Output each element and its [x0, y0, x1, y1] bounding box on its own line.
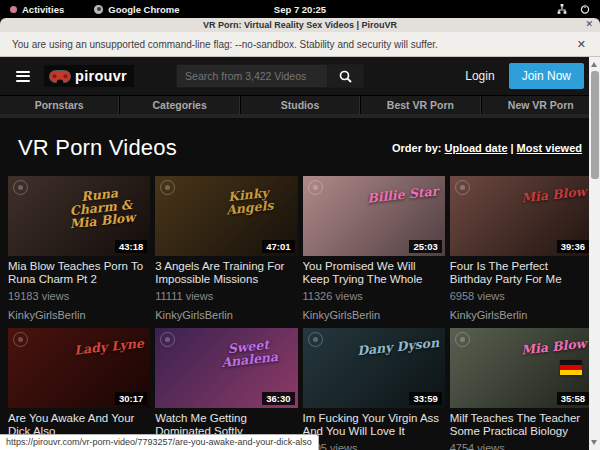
view-count: 19183 views: [8, 290, 150, 303]
duration-badge: 33:59: [409, 392, 441, 405]
studio-watermark-icon: [455, 332, 470, 347]
duration-badge: 39:36: [557, 240, 589, 253]
tab-close-icon[interactable]: ✕: [585, 19, 593, 29]
duration-badge: 36:30: [262, 392, 294, 405]
infobar-close-icon[interactable]: ✕: [575, 38, 588, 51]
thumbnail-overlay-text: Billie Star: [367, 184, 439, 204]
scroll-up-arrow-icon[interactable]: [591, 62, 597, 67]
view-count: 8705 views: [303, 442, 445, 450]
search-input[interactable]: [176, 64, 328, 88]
studio-link[interactable]: KinkyGirlsBerlin: [155, 309, 297, 322]
thumbnail-overlay-text: Mia Blow: [520, 337, 586, 357]
view-count: 11326 views: [303, 290, 445, 303]
search-group: [176, 64, 364, 88]
search-button[interactable]: [328, 64, 364, 88]
system-top-bar: Activities Google Chrome Sep 7 20:25: [0, 0, 600, 18]
thumbnail-overlay-text: Kinky Angels: [204, 184, 292, 219]
thumbnail-overlay-text: Runa Charm & Mia Blow: [56, 184, 146, 232]
studio-link[interactable]: KinkyGirlsBerlin: [8, 309, 150, 322]
video-thumbnail[interactable]: Kinky Angels 47:01: [155, 176, 297, 256]
video-grid: Runa Charm & Mia Blow 43:18 Mia Blow Tea…: [0, 176, 600, 450]
view-count: 11111 views: [155, 290, 297, 303]
video-card: Runa Charm & Mia Blow 43:18 Mia Blow Tea…: [8, 176, 150, 322]
thumbnail-overlay-text: Dany Dyson: [356, 336, 439, 358]
tab-title: VR Porn: Virtual Reality Sex Videos | Pi…: [203, 20, 397, 30]
clock[interactable]: Sep 7 20:25: [0, 4, 600, 15]
vr-goggles-icon: [49, 70, 71, 83]
studio-watermark-icon: [13, 180, 28, 195]
order-by-label: Order by:: [392, 142, 442, 154]
video-thumbnail[interactable]: Runa Charm & Mia Blow 43:18: [8, 176, 150, 256]
hamburger-menu-icon[interactable]: [16, 71, 30, 82]
thumbnail-overlay-text: Sweet Analena: [204, 336, 292, 371]
video-card: Kinky Angels 47:01 3 Angels Are Training…: [155, 176, 297, 322]
join-now-button[interactable]: Join Now: [509, 63, 584, 89]
video-thumbnail[interactable]: Lady Lyne 30:17: [8, 328, 150, 408]
german-flag-icon: [560, 360, 582, 375]
page-title: VR Porn Videos: [18, 135, 392, 161]
video-card: Billie Star 25:03 You Promised We Will K…: [303, 176, 445, 322]
video-card: Mia Blow 35:58 Milf Teaches The Teacher …: [450, 328, 592, 450]
video-card: Lady Lyne 30:17 Are You Awake And Your D…: [8, 328, 150, 450]
site-logo[interactable]: pirouvr: [44, 65, 134, 87]
video-title-link[interactable]: Milf Teaches The Teacher Some Practical …: [450, 412, 592, 438]
video-thumbnail[interactable]: Dany Dyson 33:59: [303, 328, 445, 408]
search-icon: [339, 70, 352, 83]
view-count: 6958 views: [450, 290, 592, 303]
nav-item-studios[interactable]: Studios: [240, 96, 360, 114]
video-title-link[interactable]: Im Fucking Your Virgin Ass And You Will …: [303, 412, 445, 438]
duration-badge: 35:58: [557, 392, 589, 405]
studio-watermark-icon: [13, 332, 28, 347]
studio-watermark-icon: [160, 332, 175, 347]
duration-badge: 30:17: [115, 392, 147, 405]
studio-watermark-icon: [308, 332, 323, 347]
video-card: Sweet Analena 36:30 Watch Me Getting Dom…: [155, 328, 297, 450]
duration-badge: 25:03: [409, 240, 441, 253]
duration-badge: 43:18: [115, 240, 147, 253]
video-title-link[interactable]: Four Is The Perfect Birthday Party For M…: [450, 260, 592, 286]
logo-text: pirouvr: [75, 68, 127, 84]
login-link[interactable]: Login: [465, 69, 494, 83]
order-by: Order by: Upload date|Most viewed: [392, 142, 582, 154]
nav-item-pornstars[interactable]: Pornstars: [0, 96, 119, 114]
studio-watermark-icon: [308, 180, 323, 195]
nav-item-new-vr-porn[interactable]: New VR Porn: [481, 96, 600, 114]
video-title-link[interactable]: You Promised We Will Keep Trying The Who…: [303, 260, 445, 286]
order-link-upload-date[interactable]: Upload date: [445, 142, 508, 154]
site-header: pirouvr Login Join Now: [0, 57, 600, 95]
nav-item-categories[interactable]: Categories: [119, 96, 239, 114]
video-card: Mia Blow 39:36 Four Is The Perfect Birth…: [450, 176, 592, 322]
view-count: 4754 views: [450, 442, 592, 450]
studio-watermark-icon: [455, 180, 470, 195]
infobar-message: You are using an unsupported command-lin…: [12, 39, 575, 50]
status-bar-url: https://pirouvr.com/vr-porn-video/779325…: [0, 434, 319, 450]
vertical-scrollbar[interactable]: [589, 57, 600, 450]
video-title-link[interactable]: 3 Angels Are Training For Impossible Mis…: [155, 260, 297, 286]
browser-tab-bar[interactable]: VR Porn: Virtual Reality Sex Videos | Pi…: [0, 18, 600, 32]
video-title-link[interactable]: Mia Blow Teaches Porn To Runa Charm Pt 2: [8, 260, 150, 286]
scroll-down-arrow-icon[interactable]: [591, 440, 597, 445]
thumbnail-overlay-text: Lady Lyne: [74, 336, 145, 356]
main-nav: PornstarsCategoriesStudiosBest VR PornNe…: [0, 95, 600, 118]
studio-link[interactable]: KinkyGirlsBerlin: [450, 309, 592, 322]
video-thumbnail[interactable]: Mia Blow 39:36: [450, 176, 592, 256]
video-thumbnail[interactable]: Mia Blow 35:58: [450, 328, 592, 408]
duration-badge: 47:01: [262, 240, 294, 253]
video-thumbnail[interactable]: Sweet Analena 36:30: [155, 328, 297, 408]
video-thumbnail[interactable]: Billie Star 25:03: [303, 176, 445, 256]
studio-watermark-icon: [160, 180, 175, 195]
video-card: Dany Dyson 33:59 Im Fucking Your Virgin …: [303, 328, 445, 450]
scrollbar-thumb[interactable]: [591, 71, 599, 179]
thumbnail-overlay-text: Mia Blow: [520, 185, 586, 205]
nav-item-best-vr-porn[interactable]: Best VR Porn: [360, 96, 480, 114]
order-link-most-viewed[interactable]: Most viewed: [517, 142, 582, 154]
studio-link[interactable]: KinkyGirlsBerlin: [303, 309, 445, 322]
chrome-infobar: You are using an unsupported command-lin…: [0, 32, 600, 57]
page-content: pirouvr Login Join Now PornstarsCategori…: [0, 57, 600, 450]
